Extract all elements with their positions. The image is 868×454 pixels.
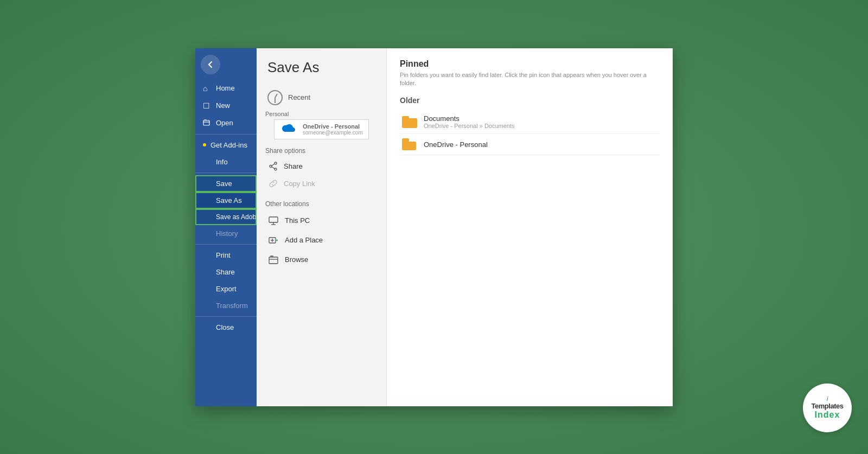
- svg-line-4: [272, 164, 275, 166]
- personal-section: Personal OneDrive - Personal someone@exa…: [257, 108, 386, 139]
- share-option[interactable]: Share: [265, 158, 378, 175]
- sidebar-item-print[interactable]: Print: [195, 247, 257, 264]
- add-place-item[interactable]: Add a Place: [265, 231, 378, 250]
- add-place-icon: [267, 234, 279, 246]
- copy-link-icon: [267, 178, 278, 189]
- sidebar-nav: ⌂ Home ☐ New Open Get A: [195, 80, 257, 406]
- svg-point-1: [275, 162, 277, 164]
- folder-icon-onedrive: [402, 138, 417, 150]
- onedrive-item-text: OneDrive - Personal someone@example.com: [303, 123, 363, 136]
- sidebar-item-new[interactable]: ☐ New: [195, 97, 257, 114]
- sidebar-item-history[interactable]: History: [195, 225, 257, 242]
- folder-icon-documents: [402, 116, 417, 128]
- home-icon: ⌂: [203, 84, 212, 93]
- sidebar-item-save-as[interactable]: Save As: [195, 192, 257, 209]
- sidebar-item-save[interactable]: Save: [195, 175, 257, 192]
- folder-item-onedrive-text: OneDrive - Personal: [424, 140, 488, 149]
- svg-point-2: [275, 168, 277, 170]
- middle-panel: Save As Recent Personal: [257, 48, 387, 406]
- onedrive-cloud-icon: [280, 123, 297, 135]
- svg-point-3: [270, 165, 272, 168]
- sidebar-item-home[interactable]: ⌂ Home: [195, 80, 257, 97]
- this-pc-icon: [267, 215, 279, 227]
- share-options-section: Share options Share: [257, 142, 386, 195]
- watermark: i Templates Index: [803, 383, 852, 432]
- recent-section-header: Recent: [257, 87, 386, 108]
- sidebar-item-transform[interactable]: Transform: [195, 297, 257, 314]
- addins-dot: [203, 143, 206, 146]
- open-icon: [203, 119, 212, 127]
- pinned-desc: Pin folders you want to easily find late…: [400, 71, 660, 88]
- sidebar-item-export[interactable]: Export: [195, 280, 257, 297]
- back-button[interactable]: [201, 55, 220, 74]
- sidebar-item-open[interactable]: Open: [195, 114, 257, 132]
- this-pc-item[interactable]: This PC: [265, 211, 378, 231]
- sidebar-item-addins[interactable]: Get Add-ins: [195, 137, 257, 154]
- copy-link-option[interactable]: Copy Link: [265, 175, 378, 193]
- new-icon: ☐: [203, 101, 212, 110]
- browse-icon: [267, 254, 279, 266]
- older-header: Older: [400, 96, 660, 105]
- folder-item-onedrive[interactable]: OneDrive - Personal: [400, 134, 660, 155]
- page-title: Save As: [257, 59, 386, 87]
- folder-item-documents-text: Documents OneDrive - Personal » Document…: [424, 114, 515, 129]
- right-panel: Pinned Pin folders you want to easily fi…: [387, 48, 673, 406]
- app-window: ⌂ Home ☐ New Open Get A: [195, 48, 673, 406]
- folder-item-documents[interactable]: Documents OneDrive - Personal » Document…: [400, 110, 660, 134]
- svg-line-5: [272, 167, 275, 169]
- onedrive-recent-item[interactable]: OneDrive - Personal someone@example.com: [274, 119, 369, 139]
- svg-rect-0: [203, 120, 209, 125]
- main-content: Save As Recent Personal: [257, 48, 673, 406]
- svg-rect-14: [269, 257, 278, 264]
- pinned-header: Pinned: [400, 59, 660, 69]
- sidebar-item-close[interactable]: Close: [195, 319, 257, 336]
- sidebar: ⌂ Home ☐ New Open Get A: [195, 48, 257, 406]
- browse-item[interactable]: Browse: [265, 250, 378, 270]
- svg-rect-6: [269, 217, 278, 222]
- share-option-icon: [267, 161, 278, 172]
- clock-icon: [267, 90, 283, 105]
- personal-label: Personal: [265, 111, 378, 117]
- sidebar-item-save-adobe[interactable]: Save as Adobe PDF: [195, 209, 257, 225]
- sidebar-item-share[interactable]: Share: [195, 264, 257, 280]
- other-locations-section: Other locations This PC: [257, 195, 386, 272]
- sidebar-item-info[interactable]: Info: [195, 154, 257, 170]
